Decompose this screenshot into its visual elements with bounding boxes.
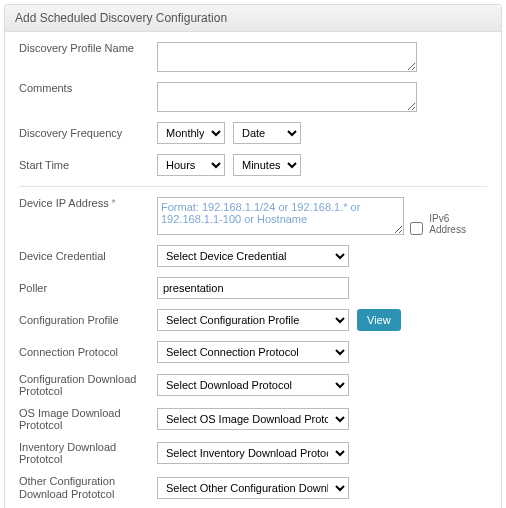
profile-name-label: Discovery Profile Name	[19, 42, 149, 54]
cfg-dl-protocol-label: Configuration Download Prototcol	[19, 373, 149, 397]
conn-protocol-select[interactable]: Select Connection Protocol	[157, 341, 349, 363]
config-profile-select[interactable]: Select Configuration Profile	[157, 309, 349, 331]
ip-address-input[interactable]	[157, 197, 404, 235]
ipv6-label: IPv6 Address	[429, 213, 487, 235]
profile-name-input[interactable]	[157, 42, 417, 72]
start-minutes-select[interactable]: Minutes	[233, 154, 301, 176]
conn-protocol-label: Connection Protocol	[19, 346, 149, 358]
poller-label: Poller	[19, 282, 149, 294]
ip-label: Device IP Address	[19, 197, 149, 209]
credential-label: Device Credential	[19, 250, 149, 262]
os-dl-protocol-label: OS Image Download Prototcol	[19, 407, 149, 431]
other-dl-protocol-select[interactable]: Select Other Configuration Download Pr	[157, 477, 349, 499]
view-button[interactable]: View	[357, 309, 401, 331]
frequency-unit-select[interactable]: Date	[233, 122, 301, 144]
frequency-period-select[interactable]: Monthly	[157, 122, 225, 144]
comments-label: Comments	[19, 82, 149, 94]
os-dl-protocol-select[interactable]: Select OS Image Download Protocol	[157, 408, 349, 430]
other-dl-protocol-label: Other Configuration Download Prototcol	[19, 475, 149, 501]
divider	[19, 186, 487, 187]
poller-input[interactable]	[157, 277, 349, 299]
config-profile-label: Configuration Profile	[19, 314, 149, 326]
panel-body: Discovery Profile Name Comments Discover…	[5, 32, 501, 508]
panel-title: Add Scheduled Discovery Configuration	[5, 5, 501, 32]
ipv6-checkbox[interactable]	[410, 222, 423, 235]
frequency-label: Discovery Frequency	[19, 127, 149, 139]
scheduled-discovery-panel: Add Scheduled Discovery Configuration Di…	[4, 4, 502, 508]
credential-select[interactable]: Select Device Credential	[157, 245, 349, 267]
comments-input[interactable]	[157, 82, 417, 112]
start-hours-select[interactable]: Hours	[157, 154, 225, 176]
cfg-dl-protocol-select[interactable]: Select Download Protocol	[157, 374, 349, 396]
inv-dl-protocol-label: Inventory Download Prototcol	[19, 441, 149, 465]
inv-dl-protocol-select[interactable]: Select Inventory Download Protocol	[157, 442, 349, 464]
start-time-label: Start Time	[19, 159, 149, 171]
